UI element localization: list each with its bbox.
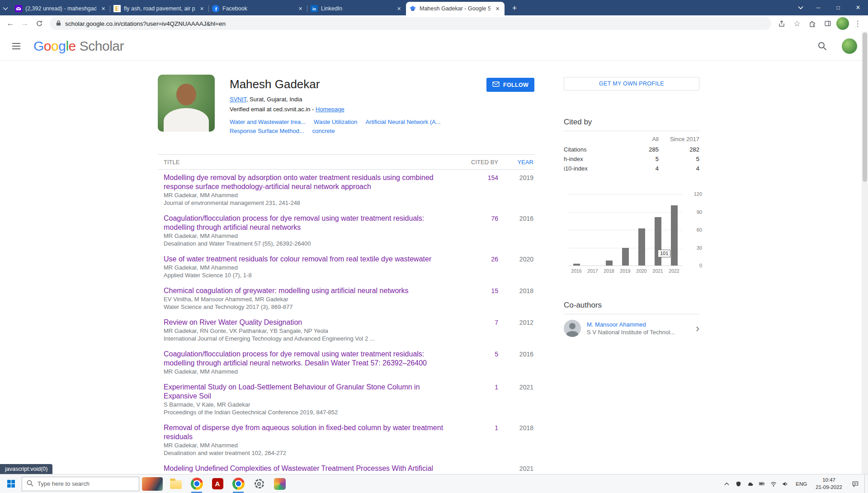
chevron-right-icon[interactable]: › [696, 323, 699, 334]
volume-icon[interactable] [779, 475, 791, 493]
reload-button[interactable] [33, 17, 46, 30]
profile-photo[interactable] [158, 75, 215, 132]
tab-search-chevron-icon[interactable] [0, 2, 11, 15]
taskbar-search-box[interactable]: Type here to search [22, 477, 139, 491]
hamburger-menu-icon[interactable] [11, 41, 22, 52]
search-icon[interactable] [816, 39, 829, 53]
close-window-button[interactable]: × [848, 0, 868, 15]
publication-title-link[interactable]: Modelling dye removal by adsorption onto… [164, 173, 448, 191]
file-explorer-icon[interactable] [165, 475, 186, 493]
tab-close-icon[interactable]: × [99, 5, 107, 13]
tab-close-icon[interactable]: × [494, 5, 501, 13]
cited-by-title[interactable]: Cited by [564, 118, 699, 131]
account-avatar[interactable] [842, 38, 857, 54]
hidden-icons-chevron-icon[interactable] [721, 475, 732, 493]
publication-title-link[interactable]: Chemical coagulation of greywater: model… [164, 286, 448, 295]
chart-bar-2016[interactable] [573, 264, 580, 265]
settings-glyph [255, 479, 264, 488]
browser-profile-avatar[interactable] [836, 17, 849, 30]
chrome-icon[interactable] [186, 475, 207, 493]
window-chevron-icon[interactable] [793, 0, 808, 15]
metric-label[interactable]: h-index [564, 156, 627, 162]
tab-close-icon[interactable]: × [198, 5, 206, 13]
metric-label[interactable]: Citations [564, 146, 627, 153]
get-my-own-profile-button[interactable]: GET MY OWN PROFILE [564, 77, 699, 90]
tab-close-icon[interactable]: × [395, 5, 403, 13]
bookmark-star-icon[interactable]: ☆ [790, 17, 804, 30]
scrollbar-thumb[interactable] [863, 33, 867, 182]
minimize-button[interactable]: ─ [808, 0, 828, 15]
onedrive-cloud-icon[interactable] [744, 475, 756, 493]
chart-bar-2020[interactable] [638, 228, 645, 265]
language-indicator[interactable]: ENG [792, 481, 811, 487]
cited-by-count-link[interactable]: 1 [495, 384, 498, 391]
cited-by-count-link[interactable]: 26 [491, 256, 498, 263]
address-bar[interactable]: scholar.google.co.in/citations?user=iv4Q… [50, 17, 771, 30]
title-column-header[interactable]: TITLE [158, 159, 448, 166]
follow-button[interactable]: FOLLOW [486, 78, 534, 92]
security-shield-icon[interactable] [732, 475, 744, 493]
chart-bar-2021[interactable] [655, 217, 661, 265]
maximize-button[interactable]: □ [828, 0, 848, 15]
cited-by-count-link[interactable]: 15 [491, 287, 498, 294]
metric-label[interactable]: i10-index [564, 165, 627, 172]
action-center-icon[interactable] [847, 475, 863, 493]
year-column-header[interactable]: YEAR [498, 159, 534, 166]
news-interests-widget-icon[interactable] [139, 475, 165, 493]
research-interest-link[interactable]: Water and Wastewater trea... [230, 119, 306, 125]
tab-close-icon[interactable]: × [297, 5, 304, 13]
chart-bar-2018[interactable] [606, 261, 613, 265]
research-interest-link[interactable]: Response Surface Method... [230, 128, 304, 134]
publication-year: 2021 [498, 383, 534, 416]
publication-title-link[interactable]: Modeling Undefined Complexities of Waste… [164, 464, 448, 474]
color-app-icon[interactable] [269, 475, 290, 493]
browser-menu-icon[interactable]: ⋮ [851, 17, 864, 30]
browser-tab[interactable]: inLinkedIn× [307, 2, 406, 15]
cited-by-count-link[interactable]: 7 [495, 319, 498, 326]
side-panel-icon[interactable] [821, 17, 835, 30]
padlock-icon[interactable] [56, 20, 61, 28]
research-interest-link[interactable]: Artificial Neural Network (A... [365, 119, 440, 125]
back-button[interactable]: ← [4, 17, 17, 30]
show-desktop-button[interactable] [864, 474, 867, 493]
publication-title-link[interactable]: Coagulation/flocculation process for dye… [164, 214, 448, 232]
settings-icon[interactable] [249, 475, 269, 493]
start-button[interactable] [0, 474, 22, 493]
browser-tab[interactable]: Efly ash, road pavement, air pollut× [110, 2, 209, 15]
cited-by-count-link[interactable]: 5 [495, 351, 498, 358]
affiliation-link[interactable]: SVNIT [230, 96, 246, 103]
homepage-link[interactable]: Homepage [316, 106, 344, 113]
extensions-puzzle-icon[interactable] [806, 17, 819, 30]
chart-bar-2019[interactable] [622, 248, 629, 266]
research-interest-link[interactable]: concrete [312, 128, 335, 134]
taskbar-clock[interactable]: 10:47 21-09-2022 [811, 477, 846, 491]
acrobat-icon[interactable] [207, 475, 228, 493]
coauthor-name-link[interactable]: M. Mansoor Ahammed [587, 321, 696, 328]
scholar-logo[interactable]: Google Scholar [33, 38, 124, 54]
publication-title-link[interactable]: Coagulation/flocculation process for dye… [164, 350, 448, 368]
publication-title-link[interactable]: Experimental Study on Load-Settlement Be… [164, 383, 448, 401]
new-tab-button[interactable]: + [508, 2, 521, 14]
browser-tab[interactable]: (2,392 unread) - maheshgadekar× [12, 2, 110, 15]
share-icon[interactable] [775, 17, 788, 30]
coauthors-title: Co-authors [564, 301, 699, 314]
chrome-2-icon[interactable] [228, 475, 249, 493]
battery-icon[interactable] [756, 475, 768, 493]
research-interest-link[interactable]: Waste Utilization [314, 119, 357, 125]
publication-title-link[interactable]: Review on River Water Quality Designatio… [164, 318, 448, 327]
publication-title-link[interactable]: Removal of disperse dye from aqueous sol… [164, 423, 448, 441]
browser-tab[interactable]: Mahesh Gadekar - Google Schol× [406, 2, 505, 15]
publication-title-link[interactable]: Use of water treatment residuals for col… [164, 255, 448, 264]
network-icon[interactable] [768, 475, 779, 493]
cited-by-count-link[interactable]: 154 [488, 174, 498, 181]
browser-tab[interactable]: fFacebook× [209, 2, 307, 15]
cited-by-count-link[interactable]: 76 [491, 215, 498, 222]
chart-bar-2022[interactable] [671, 205, 678, 265]
page-scrollbar[interactable] [862, 32, 868, 474]
coauthor-item[interactable]: M. Mansoor AhammedS V National Institute… [564, 314, 699, 342]
publications-header-row: TITLE CITED BY YEAR [158, 154, 534, 170]
forward-button[interactable]: → [18, 17, 32, 30]
cited-by-count-link[interactable]: 1 [495, 424, 498, 431]
publication-row: Chemical coagulation of greywater: model… [158, 283, 534, 314]
cited-by-column-header[interactable]: CITED BY [448, 159, 498, 166]
